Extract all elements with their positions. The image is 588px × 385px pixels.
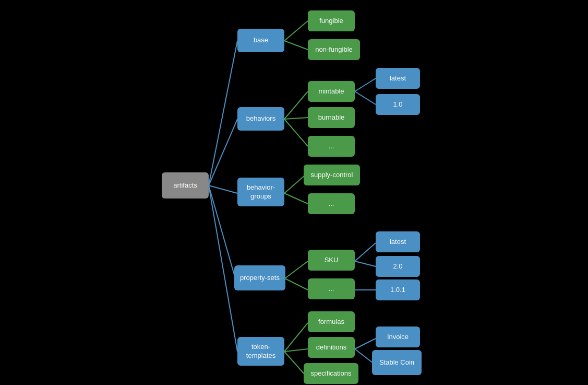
node-behavior-groups: behavior- groups	[237, 178, 284, 206]
svg-line-22	[355, 339, 376, 349]
node-bg-dots: ...	[308, 193, 355, 214]
svg-line-15	[285, 278, 308, 290]
svg-line-21	[284, 352, 305, 375]
svg-line-6	[284, 41, 308, 50]
node-invoice: Invoice	[376, 326, 420, 347]
node-stable-coin: Stable Coin	[372, 350, 422, 375]
svg-line-8	[284, 118, 308, 119]
node-formulas: formulas	[308, 311, 355, 332]
node-base: base	[237, 29, 284, 52]
node-ps-dots: ...	[308, 278, 355, 299]
node-mintable: mintable	[308, 81, 355, 102]
node-burnable: burnable	[308, 107, 355, 128]
node-non-fungible: non-fungible	[308, 39, 360, 60]
node-fungible: fungible	[308, 10, 355, 31]
node-behaviors-dots: ...	[308, 136, 355, 157]
svg-line-10	[355, 78, 376, 91]
node-property-sets: property-sets	[234, 265, 285, 290]
svg-line-17	[355, 261, 376, 266]
svg-line-14	[285, 261, 308, 278]
node-definitions: definitions	[308, 337, 355, 358]
node-artifacts: artifacts	[162, 172, 209, 199]
node-latest-mintable: latest	[376, 68, 420, 89]
svg-line-4	[209, 185, 237, 352]
node-sku: SKU	[308, 250, 355, 271]
svg-line-1	[209, 119, 237, 185]
svg-line-13	[284, 193, 308, 204]
svg-line-23	[355, 349, 373, 363]
node-version-10: 1.0	[376, 94, 420, 115]
node-token-templates: token- templates	[237, 337, 284, 366]
svg-line-19	[284, 323, 308, 352]
svg-line-7	[284, 91, 308, 119]
node-latest-sku: latest	[376, 231, 420, 252]
node-version-20: 2.0	[376, 256, 420, 277]
svg-line-0	[209, 41, 237, 185]
svg-line-2	[209, 185, 237, 193]
diagram: artifacts base fungible non-fungible beh…	[0, 0, 588, 385]
svg-line-12	[284, 175, 305, 193]
svg-line-16	[355, 243, 376, 261]
svg-line-11	[355, 91, 376, 104]
node-specifications: specifications	[304, 363, 358, 384]
connector-lines	[0, 0, 588, 385]
svg-line-5	[284, 21, 308, 41]
svg-line-9	[284, 119, 308, 146]
node-version-101: 1.0.1	[376, 279, 420, 300]
node-supply-control: supply-control	[304, 165, 360, 185]
svg-line-20	[284, 349, 308, 352]
svg-line-3	[209, 185, 235, 278]
node-behaviors: behaviors	[237, 107, 284, 131]
